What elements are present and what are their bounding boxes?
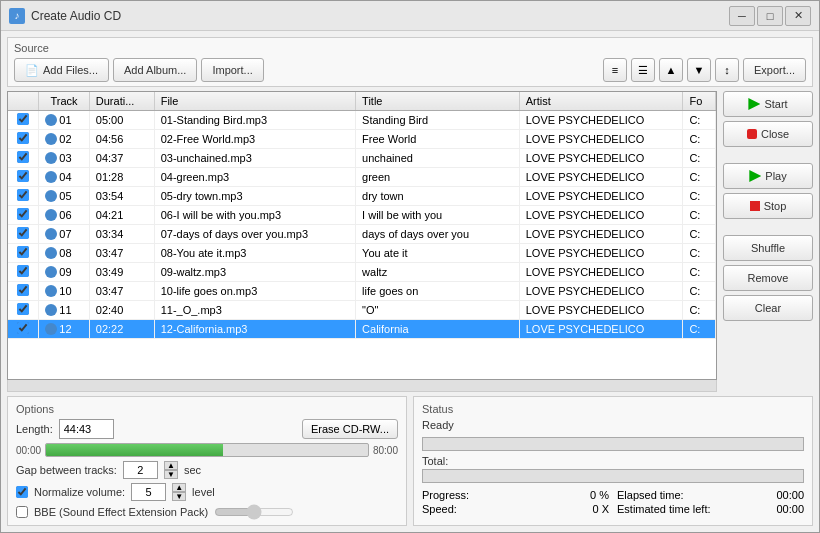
track-artist: LOVE PSYCHEDELICO (519, 130, 683, 149)
col-track: Track (39, 92, 89, 111)
track-checkbox-10[interactable] (17, 303, 29, 315)
add-files-icon: 📄 (25, 64, 39, 77)
normalize-unit: level (192, 486, 215, 498)
track-checkbox-cell[interactable] (8, 130, 39, 149)
estimated-row: Estimated time left: 00:00 (617, 503, 804, 515)
table-row[interactable]: 09 03:49 09-waltz.mp3 waltz LOVE PSYCHED… (8, 263, 716, 282)
track-checkbox-cell[interactable] (8, 282, 39, 301)
track-checkbox-cell[interactable] (8, 187, 39, 206)
gap-input[interactable] (123, 461, 158, 479)
table-row[interactable]: 12 02:22 12-California.mp3 California LO… (8, 320, 716, 339)
track-checkbox-8[interactable] (17, 265, 29, 277)
track-title: green (356, 168, 520, 187)
add-files-button[interactable]: 📄 Add Files... (14, 58, 109, 82)
track-checkbox-cell[interactable] (8, 320, 39, 339)
start-button[interactable]: Start (723, 91, 813, 117)
track-extra: C: (683, 225, 716, 244)
audio-icon (45, 171, 57, 183)
table-row[interactable]: 06 04:21 06-I will be with you.mp3 I wil… (8, 206, 716, 225)
table-row[interactable]: 10 03:47 10-life goes on.mp3 life goes o… (8, 282, 716, 301)
table-row[interactable]: 04 01:28 04-green.mp3 green LOVE PSYCHED… (8, 168, 716, 187)
speed-row: Speed: 0 X (422, 503, 609, 515)
track-file: 06-I will be with you.mp3 (154, 206, 355, 225)
source-toolbar: 📄 Add Files... Add Album... Import... ≡ … (14, 58, 806, 82)
length-input[interactable] (59, 419, 114, 439)
stop-button[interactable]: Stop (723, 193, 813, 219)
track-checkbox-11[interactable] (17, 322, 29, 334)
gap-down-button[interactable]: ▼ (164, 470, 178, 479)
track-artist: LOVE PSYCHEDELICO (519, 187, 683, 206)
stop-icon (750, 201, 760, 211)
track-checkbox-cell[interactable] (8, 168, 39, 187)
view-icon-btn-1[interactable]: ≡ (603, 58, 627, 82)
close-icon (747, 129, 757, 139)
estimated-label: Estimated time left: (617, 503, 711, 515)
normalize-down-button[interactable]: ▼ (172, 492, 186, 501)
normalize-input[interactable] (131, 483, 166, 501)
track-checkbox-cell[interactable] (8, 149, 39, 168)
speed-label: Speed: (422, 503, 457, 515)
close-button[interactable]: Close (723, 121, 813, 147)
status-total-bar (422, 469, 804, 483)
track-list-area: Track Durati... File Title Artist Fo (7, 91, 717, 392)
close-window-button[interactable]: ✕ (785, 6, 811, 26)
erase-button[interactable]: Erase CD-RW... (302, 419, 398, 439)
track-checkbox-cell[interactable] (8, 301, 39, 320)
track-checkbox-5[interactable] (17, 208, 29, 220)
bbe-slider[interactable] (214, 505, 294, 519)
track-checkbox-cell[interactable] (8, 244, 39, 263)
track-checkbox-4[interactable] (17, 189, 29, 201)
app-icon: ♪ (9, 8, 25, 24)
time-end: 80:00 (373, 445, 398, 456)
track-checkbox-3[interactable] (17, 170, 29, 182)
horizontal-scrollbar[interactable] (7, 380, 717, 392)
table-row[interactable]: 02 04:56 02-Free World.mp3 Free World LO… (8, 130, 716, 149)
export-button[interactable]: Export... (743, 58, 806, 82)
bbe-checkbox[interactable] (16, 506, 28, 518)
remove-button[interactable]: Remove (723, 265, 813, 291)
track-checkbox-1[interactable] (17, 132, 29, 144)
audio-icon (45, 285, 57, 297)
track-checkbox-2[interactable] (17, 151, 29, 163)
shuffle-button[interactable]: Shuffle (723, 235, 813, 261)
sort-button[interactable]: ↕ (715, 58, 739, 82)
table-row[interactable]: 01 05:00 01-Standing Bird.mp3 Standing B… (8, 111, 716, 130)
table-row[interactable]: 11 02:40 11-_O_.mp3 "O" LOVE PSYCHEDELIC… (8, 301, 716, 320)
view-icon-btn-2[interactable]: ☰ (631, 58, 655, 82)
table-row[interactable]: 03 04:37 03-unchained.mp3 unchained LOVE… (8, 149, 716, 168)
status-label: Status (422, 403, 804, 415)
track-checkbox-cell[interactable] (8, 111, 39, 130)
normalize-up-button[interactable]: ▲ (172, 483, 186, 492)
minimize-button[interactable]: ─ (729, 6, 755, 26)
table-row[interactable]: 05 03:54 05-dry town.mp3 dry town LOVE P… (8, 187, 716, 206)
move-up-button[interactable]: ▲ (659, 58, 683, 82)
track-title: Free World (356, 130, 520, 149)
play-button[interactable]: Play (723, 163, 813, 189)
track-checkbox-7[interactable] (17, 246, 29, 258)
track-checkbox-cell[interactable] (8, 263, 39, 282)
track-file: 03-unchained.mp3 (154, 149, 355, 168)
move-down-button[interactable]: ▼ (687, 58, 711, 82)
track-title: life goes on (356, 282, 520, 301)
track-table[interactable]: Track Durati... File Title Artist Fo (7, 91, 717, 380)
import-button[interactable]: Import... (201, 58, 263, 82)
maximize-button[interactable]: □ (757, 6, 783, 26)
table-row[interactable]: 08 03:47 08-You ate it.mp3 You ate it LO… (8, 244, 716, 263)
audio-icon (45, 114, 57, 126)
gap-up-button[interactable]: ▲ (164, 461, 178, 470)
add-album-button[interactable]: Add Album... (113, 58, 197, 82)
track-checkbox-cell[interactable] (8, 206, 39, 225)
track-num: 10 (39, 282, 89, 301)
track-checkbox-9[interactable] (17, 284, 29, 296)
clear-button[interactable]: Clear (723, 295, 813, 321)
track-checkbox-0[interactable] (17, 113, 29, 125)
track-checkbox-6[interactable] (17, 227, 29, 239)
source-group: Source 📄 Add Files... Add Album... Impor… (7, 37, 813, 87)
table-row[interactable]: 07 03:34 07-days of days over you.mp3 da… (8, 225, 716, 244)
track-checkbox-cell[interactable] (8, 225, 39, 244)
normalize-checkbox[interactable] (16, 486, 28, 498)
track-num: 01 (39, 111, 89, 130)
col-artist: Artist (519, 92, 683, 111)
audio-icon (45, 228, 57, 240)
track-extra: C: (683, 149, 716, 168)
